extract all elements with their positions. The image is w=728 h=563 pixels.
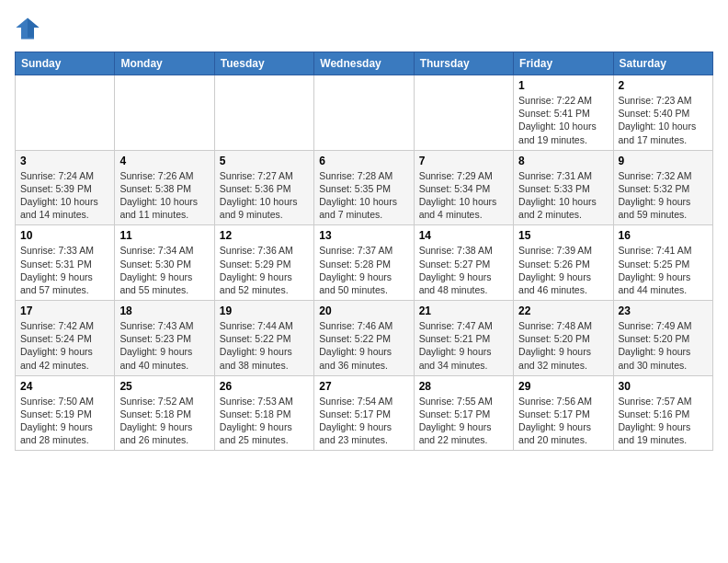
day-number: 25: [119, 380, 209, 393]
calendar-header-thursday: Thursday: [414, 52, 513, 75]
calendar-header-saturday: Saturday: [613, 52, 712, 75]
calendar-table: SundayMondayTuesdayWednesdayThursdayFrid…: [15, 52, 713, 451]
calendar-cell: 1Sunrise: 7:22 AMSunset: 5:41 PMDaylight…: [514, 75, 613, 151]
calendar-cell: 26Sunrise: 7:53 AMSunset: 5:18 PMDayligh…: [214, 375, 313, 451]
day-info: Sunrise: 7:41 AMSunset: 5:25 PMDaylight:…: [619, 244, 708, 296]
day-number: 24: [20, 380, 109, 393]
day-info: Sunrise: 7:49 AMSunset: 5:20 PMDaylight:…: [619, 319, 708, 372]
day-info: Sunrise: 7:36 AMSunset: 5:29 PMDaylight:…: [220, 244, 309, 296]
day-info: Sunrise: 7:55 AMSunset: 5:17 PMDaylight:…: [419, 395, 508, 447]
day-info: Sunrise: 7:31 AMSunset: 5:33 PMDaylight:…: [518, 169, 608, 222]
day-number: 8: [518, 155, 608, 167]
logo-icon: [15, 15, 40, 40]
day-info: Sunrise: 7:53 AMSunset: 5:18 PMDaylight:…: [220, 395, 309, 447]
calendar-cell: 20Sunrise: 7:46 AMSunset: 5:22 PMDayligh…: [314, 301, 414, 376]
calendar-cell: 16Sunrise: 7:41 AMSunset: 5:25 PMDayligh…: [613, 225, 712, 301]
calendar-cell: 23Sunrise: 7:49 AMSunset: 5:20 PMDayligh…: [613, 301, 712, 376]
calendar-week-1: 1Sunrise: 7:22 AMSunset: 5:41 PMDaylight…: [16, 75, 713, 151]
calendar-cell: 9Sunrise: 7:32 AMSunset: 5:32 PMDaylight…: [613, 150, 712, 225]
calendar-cell: [314, 75, 414, 151]
day-number: 13: [319, 229, 408, 242]
day-info: Sunrise: 7:37 AMSunset: 5:28 PMDaylight:…: [319, 244, 408, 296]
day-info: Sunrise: 7:27 AMSunset: 5:36 PMDaylight:…: [220, 169, 309, 222]
calendar-cell: 27Sunrise: 7:54 AMSunset: 5:17 PMDayligh…: [314, 375, 414, 451]
calendar-cell: [214, 75, 313, 151]
calendar-cell: 24Sunrise: 7:50 AMSunset: 5:19 PMDayligh…: [16, 375, 115, 451]
day-number: 3: [20, 155, 109, 167]
calendar-cell: [16, 75, 115, 151]
calendar-cell: 17Sunrise: 7:42 AMSunset: 5:24 PMDayligh…: [16, 301, 115, 376]
calendar-cell: 8Sunrise: 7:31 AMSunset: 5:33 PMDaylight…: [514, 150, 613, 225]
day-info: Sunrise: 7:54 AMSunset: 5:17 PMDaylight:…: [319, 395, 408, 447]
calendar-cell: 7Sunrise: 7:29 AMSunset: 5:34 PMDaylight…: [414, 150, 513, 225]
calendar-header-wednesday: Wednesday: [314, 52, 414, 75]
day-info: Sunrise: 7:26 AMSunset: 5:38 PMDaylight:…: [119, 169, 209, 222]
calendar-cell: 13Sunrise: 7:37 AMSunset: 5:28 PMDayligh…: [314, 225, 414, 301]
calendar-header-sunday: Sunday: [16, 52, 115, 75]
day-info: Sunrise: 7:44 AMSunset: 5:22 PMDaylight:…: [220, 319, 309, 372]
day-info: Sunrise: 7:43 AMSunset: 5:23 PMDaylight:…: [119, 319, 209, 372]
day-info: Sunrise: 7:56 AMSunset: 5:17 PMDaylight:…: [518, 395, 608, 447]
day-info: Sunrise: 7:47 AMSunset: 5:21 PMDaylight:…: [419, 319, 508, 372]
day-number: 20: [319, 304, 408, 317]
calendar-cell: [115, 75, 214, 151]
calendar-cell: 12Sunrise: 7:36 AMSunset: 5:29 PMDayligh…: [214, 225, 313, 301]
day-number: 6: [319, 155, 408, 167]
day-info: Sunrise: 7:29 AMSunset: 5:34 PMDaylight:…: [419, 169, 508, 222]
day-number: 15: [518, 229, 608, 242]
calendar-cell: 2Sunrise: 7:23 AMSunset: 5:40 PMDaylight…: [613, 75, 712, 151]
day-number: 16: [619, 229, 708, 242]
day-number: 29: [518, 380, 608, 393]
day-number: 27: [319, 380, 408, 393]
calendar-header-tuesday: Tuesday: [214, 52, 313, 75]
calendar-cell: 18Sunrise: 7:43 AMSunset: 5:23 PMDayligh…: [115, 301, 214, 376]
calendar-cell: 22Sunrise: 7:48 AMSunset: 5:20 PMDayligh…: [514, 301, 613, 376]
day-number: 22: [518, 304, 608, 317]
calendar-cell: 10Sunrise: 7:33 AMSunset: 5:31 PMDayligh…: [16, 225, 115, 301]
day-info: Sunrise: 7:42 AMSunset: 5:24 PMDaylight:…: [20, 319, 109, 372]
day-info: Sunrise: 7:48 AMSunset: 5:20 PMDaylight:…: [518, 319, 608, 372]
day-info: Sunrise: 7:46 AMSunset: 5:22 PMDaylight:…: [319, 319, 408, 372]
calendar-cell: 21Sunrise: 7:47 AMSunset: 5:21 PMDayligh…: [414, 301, 513, 376]
day-number: 19: [220, 304, 309, 317]
day-number: 1: [518, 79, 608, 92]
calendar-header-friday: Friday: [514, 52, 613, 75]
day-info: Sunrise: 7:50 AMSunset: 5:19 PMDaylight:…: [20, 395, 109, 447]
calendar-cell: 25Sunrise: 7:52 AMSunset: 5:18 PMDayligh…: [115, 375, 214, 451]
calendar-week-4: 17Sunrise: 7:42 AMSunset: 5:24 PMDayligh…: [16, 301, 713, 376]
calendar-cell: 11Sunrise: 7:34 AMSunset: 5:30 PMDayligh…: [115, 225, 214, 301]
day-info: Sunrise: 7:39 AMSunset: 5:26 PMDaylight:…: [518, 244, 608, 296]
calendar-cell: 15Sunrise: 7:39 AMSunset: 5:26 PMDayligh…: [514, 225, 613, 301]
day-number: 17: [20, 304, 109, 317]
calendar-cell: 14Sunrise: 7:38 AMSunset: 5:27 PMDayligh…: [414, 225, 513, 301]
day-number: 11: [119, 229, 209, 242]
day-number: 14: [419, 229, 508, 242]
logo: [15, 15, 44, 40]
day-number: 21: [419, 304, 508, 317]
calendar-week-2: 3Sunrise: 7:24 AMSunset: 5:39 PMDaylight…: [16, 150, 713, 225]
calendar-cell: 30Sunrise: 7:57 AMSunset: 5:16 PMDayligh…: [613, 375, 712, 451]
day-number: 12: [220, 229, 309, 242]
calendar-cell: 19Sunrise: 7:44 AMSunset: 5:22 PMDayligh…: [214, 301, 313, 376]
calendar-cell: [414, 75, 513, 151]
page-header: [15, 15, 713, 40]
calendar-cell: 3Sunrise: 7:24 AMSunset: 5:39 PMDaylight…: [16, 150, 115, 225]
day-info: Sunrise: 7:52 AMSunset: 5:18 PMDaylight:…: [119, 395, 209, 447]
day-number: 7: [419, 155, 508, 167]
day-info: Sunrise: 7:57 AMSunset: 5:16 PMDaylight:…: [619, 395, 708, 447]
calendar-week-5: 24Sunrise: 7:50 AMSunset: 5:19 PMDayligh…: [16, 375, 713, 451]
day-number: 18: [119, 304, 209, 317]
calendar-header-monday: Monday: [115, 52, 214, 75]
day-number: 5: [220, 155, 309, 167]
day-info: Sunrise: 7:23 AMSunset: 5:40 PMDaylight:…: [619, 94, 708, 146]
day-info: Sunrise: 7:38 AMSunset: 5:27 PMDaylight:…: [419, 244, 508, 296]
calendar-cell: 4Sunrise: 7:26 AMSunset: 5:38 PMDaylight…: [115, 150, 214, 225]
calendar-cell: 29Sunrise: 7:56 AMSunset: 5:17 PMDayligh…: [514, 375, 613, 451]
day-number: 2: [619, 79, 708, 92]
day-number: 28: [419, 380, 508, 393]
calendar-header-row: SundayMondayTuesdayWednesdayThursdayFrid…: [16, 52, 713, 75]
calendar-cell: 5Sunrise: 7:27 AMSunset: 5:36 PMDaylight…: [214, 150, 313, 225]
day-info: Sunrise: 7:22 AMSunset: 5:41 PMDaylight:…: [518, 94, 608, 146]
calendar-cell: 6Sunrise: 7:28 AMSunset: 5:35 PMDaylight…: [314, 150, 414, 225]
day-info: Sunrise: 7:33 AMSunset: 5:31 PMDaylight:…: [20, 244, 109, 296]
